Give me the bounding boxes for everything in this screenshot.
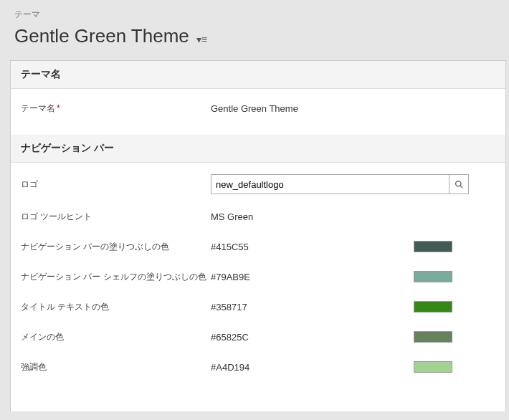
- value-theme-name[interactable]: Gentle Green Theme: [211, 103, 495, 114]
- value-logo-tooltip[interactable]: MS Green: [211, 211, 495, 222]
- label-nav-fill: ナビゲーション バーの塗りつぶしの色: [21, 241, 211, 253]
- label-theme-name: テーマ名*: [21, 102, 211, 115]
- breadcrumb[interactable]: テーマ: [14, 9, 495, 21]
- section-header-theme-name: テーマ名: [11, 61, 505, 89]
- required-indicator: *: [57, 103, 60, 113]
- svg-line-1: [460, 186, 462, 188]
- swatch-accent-color[interactable]: [414, 361, 452, 373]
- swatch-main-color[interactable]: [414, 331, 452, 343]
- label-logo: ロゴ: [21, 178, 211, 191]
- label-title-text-color: タイトル テキストの色: [21, 301, 211, 313]
- value-nav-fill[interactable]: #415C55: [211, 242, 408, 252]
- label-nav-shelf-fill: ナビゲーション バー シェルフの塗りつぶしの色: [21, 271, 211, 283]
- section-header-nav-bar: ナビゲーション バー: [11, 135, 505, 163]
- search-icon: [455, 180, 464, 189]
- title-dropdown-icon[interactable]: ▾≡: [196, 34, 207, 45]
- swatch-title-text-color[interactable]: [414, 301, 452, 312]
- svg-point-0: [455, 181, 460, 186]
- label-accent-color: 強調色: [21, 361, 211, 373]
- label-logo-tooltip: ロゴ ツールヒント: [21, 211, 211, 223]
- content-panel: テーマ名 テーマ名* Gentle Green Theme ナビゲーション バー…: [10, 60, 506, 411]
- value-nav-shelf-fill[interactable]: #79AB9E: [211, 272, 408, 282]
- lookup-button[interactable]: [449, 174, 469, 194]
- value-title-text-color[interactable]: #358717: [211, 302, 408, 312]
- label-main-color: メインの色: [21, 331, 211, 343]
- value-main-color[interactable]: #65825C: [211, 332, 408, 343]
- swatch-nav-fill[interactable]: [414, 241, 452, 252]
- swatch-nav-shelf-fill[interactable]: [414, 271, 452, 282]
- page-title: Gentle Green Theme: [14, 25, 189, 47]
- logo-input[interactable]: [211, 174, 449, 194]
- value-accent-color[interactable]: #A4D194: [211, 362, 408, 373]
